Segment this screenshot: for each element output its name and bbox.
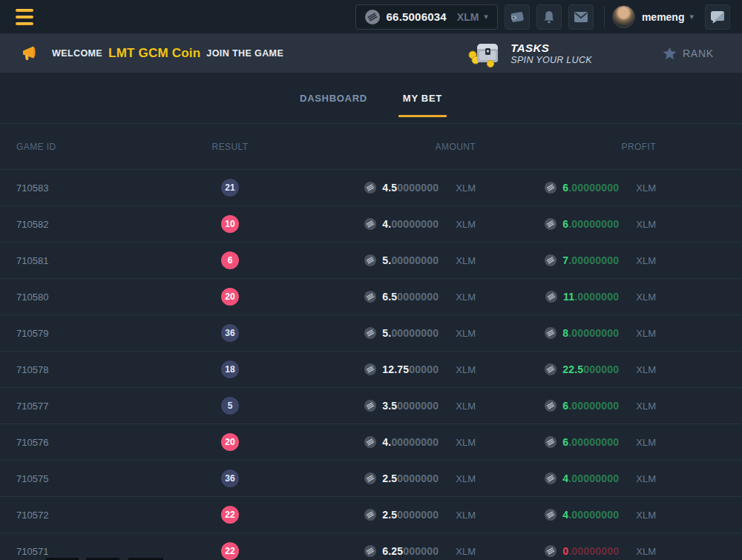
stellar-coin-icon (545, 254, 556, 266)
result-badge: 22 (221, 542, 239, 560)
topbar-right: 66.5006034 XLM ▾ memeng ▾ (355, 4, 730, 30)
bet-table-body: 710583 21 4.50000000 XLM 6.00000000 XLM … (0, 169, 742, 560)
header-game-id: GAME ID (16, 142, 197, 152)
table-row[interactable]: 710579 36 5.00000000 XLM 8.00000000 XLM (0, 314, 742, 351)
amount-cell: 5.00000000 XLM (263, 254, 476, 266)
messages-button[interactable] (568, 4, 594, 30)
stellar-coin-icon (545, 400, 556, 412)
game-id: 710578 (16, 364, 197, 375)
tab-dashboard[interactable]: DASHBOARD (295, 73, 372, 123)
stellar-coin-icon (545, 291, 557, 303)
table-row[interactable]: 710576 20 4.00000000 XLM 6.00000000 XLM (0, 424, 742, 460)
table-row[interactable]: 710580 20 6.50000000 XLM 11.0000000 XLM (0, 278, 742, 314)
table-row[interactable]: 710582 10 4.00000000 XLM 6.00000000 XLM (0, 205, 742, 242)
tab-my-bet[interactable]: MY BET (398, 73, 447, 123)
wallet-button[interactable] (505, 4, 530, 30)
table-row[interactable]: 710578 18 12.7500000 XLM 22.5000000 XLM (0, 351, 742, 387)
amount-currency: XLM (456, 291, 476, 303)
topbar-divider (604, 6, 605, 28)
menu-icon[interactable] (16, 9, 33, 25)
game-id: 710579 (16, 328, 197, 339)
profit-cell: 6.00000000 XLM (476, 400, 656, 412)
profit-currency: XLM (636, 473, 656, 484)
profit-cell: 22.5000000 XLM (476, 363, 656, 375)
amount-value: 6.25000000 (382, 545, 439, 557)
stellar-coin-icon (364, 472, 376, 484)
result-badge: 18 (221, 360, 239, 378)
stellar-coin-icon (545, 363, 556, 375)
amount-currency: XLM (456, 510, 476, 521)
profit-value: 6.00000000 (562, 218, 619, 230)
table-row[interactable]: 710572 22 2.50000000 XLM 4.00000000 XLM (0, 496, 742, 533)
table-row[interactable]: 710571 22 6.25000000 XLM 0.00000000 XLM (0, 533, 742, 560)
game-id: 710583 (16, 182, 197, 194)
stellar-coin-icon (364, 291, 376, 303)
amount-value: 5.00000000 (382, 254, 439, 266)
stellar-coin-icon (365, 10, 380, 24)
profit-cell: 6.00000000 XLM (476, 182, 656, 194)
profit-value: 6.00000000 (562, 182, 619, 194)
result-badge: 21 (221, 179, 239, 197)
chat-icon (710, 10, 725, 24)
balance-selector[interactable]: 66.5006034 XLM ▾ (355, 4, 498, 30)
game-id: 710577 (16, 401, 197, 412)
profit-cell: 0.00000000 XLM (476, 545, 656, 557)
result-badge: 22 (221, 506, 239, 524)
profit-currency: XLM (636, 401, 656, 412)
amount-currency: XLM (456, 437, 476, 448)
table-row[interactable]: 710575 36 2.50000000 XLM 4.00000000 XLM (0, 460, 742, 496)
stellar-coin-icon (364, 254, 376, 266)
result-badge: 20 (221, 288, 239, 306)
profit-currency: XLM (636, 328, 656, 339)
game-id: 710575 (16, 473, 197, 484)
profit-value: 6.00000000 (562, 400, 619, 412)
tasks-widget[interactable]: TASKS SPIN YOUR LUCK (467, 39, 592, 67)
wallet-icon (510, 10, 525, 24)
profit-currency: XLM (636, 219, 656, 230)
profit-value: 22.5000000 (562, 363, 619, 375)
amount-currency: XLM (456, 364, 476, 375)
header-profit: PROFIT (476, 142, 656, 152)
profit-cell: 4.00000000 XLM (476, 472, 656, 484)
profit-value: 4.00000000 (562, 509, 619, 521)
result-badge: 36 (221, 324, 239, 342)
profit-cell: 4.00000000 XLM (476, 509, 656, 521)
amount-cell: 2.50000000 XLM (263, 509, 476, 521)
table-row[interactable]: 710583 21 4.50000000 XLM 6.00000000 XLM (0, 169, 742, 205)
notifications-button[interactable] (536, 4, 562, 30)
stellar-coin-icon (364, 509, 376, 521)
user-menu[interactable]: memeng ▾ (612, 5, 694, 28)
coin-name: LMT GCM Coin (108, 46, 200, 61)
game-id: 710581 (16, 255, 197, 266)
result-badge: 6 (221, 251, 239, 269)
stellar-coin-icon (545, 545, 556, 557)
profit-currency: XLM (636, 255, 656, 266)
table-row[interactable]: 710581 6 5.00000000 XLM 7.00000000 XLM (0, 242, 742, 278)
profit-cell: 11.0000000 XLM (476, 291, 656, 303)
table-row[interactable]: 710577 5 3.50000000 XLM 6.00000000 XLM (0, 387, 742, 424)
stellar-coin-icon (545, 436, 556, 448)
rank-widget[interactable]: RANK (663, 47, 714, 60)
chat-button[interactable] (705, 4, 730, 30)
amount-currency: XLM (456, 328, 476, 339)
stellar-coin-icon (364, 363, 376, 375)
amount-cell: 6.25000000 XLM (263, 545, 476, 557)
caret-down-icon: ▾ (484, 12, 488, 22)
profit-value: 4.00000000 (562, 472, 619, 484)
result-badge: 36 (221, 470, 239, 487)
welcome-suffix: JOIN THE GAME (206, 48, 283, 59)
header-result: RESULT (197, 142, 263, 152)
amount-cell: 4.50000000 XLM (263, 182, 476, 194)
amount-value: 3.50000000 (382, 400, 439, 412)
tasks-title: TASKS (510, 42, 592, 54)
profit-value: 8.00000000 (562, 327, 619, 339)
tab-bar: DASHBOARD MY BET (0, 73, 742, 124)
amount-cell: 4.00000000 XLM (263, 436, 476, 448)
mail-icon (574, 12, 588, 22)
stellar-coin-icon (364, 400, 376, 412)
chest-icon (467, 39, 502, 67)
amount-cell: 2.50000000 XLM (263, 472, 476, 484)
stellar-coin-icon (545, 509, 556, 521)
profit-currency: XLM (636, 437, 656, 448)
topbar: 66.5006034 XLM ▾ memeng ▾ (0, 0, 742, 33)
